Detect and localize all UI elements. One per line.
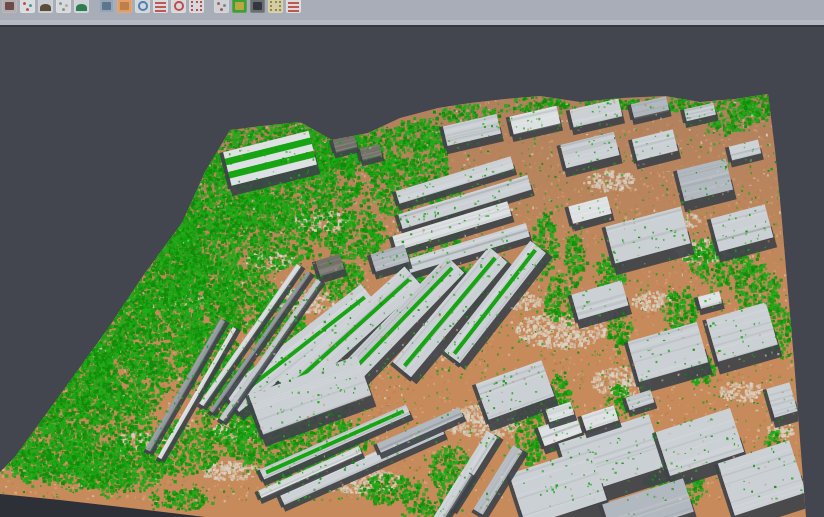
mesh-model-icon[interactable] (99, 0, 114, 13)
render-sphere-icon[interactable] (250, 0, 265, 13)
region-box-icon (191, 1, 202, 11)
toolbar (0, 0, 824, 25)
texture-icon[interactable] (117, 0, 132, 13)
point-cloud-canvas[interactable] (0, 27, 824, 517)
texture-icon (120, 2, 129, 10)
region-circle-icon (174, 1, 184, 11)
import-data-icon[interactable] (2, 0, 17, 13)
toolbar-icon-group (0, 0, 304, 17)
import-data-icon (5, 2, 14, 10)
report-icon[interactable] (286, 0, 301, 13)
align-photos-icon[interactable] (20, 0, 35, 13)
classify-ground-icon (155, 2, 166, 4)
tie-points-icon[interactable] (56, 0, 71, 13)
tie-points-icon (59, 2, 62, 5)
orthophoto-icon (138, 1, 148, 11)
align-photos-icon (23, 2, 26, 5)
dense-cloud-icon[interactable] (74, 0, 89, 13)
dense-cloud-icon (76, 4, 87, 11)
mesh-model-icon (102, 2, 111, 10)
classification-palette-icon[interactable] (232, 0, 247, 13)
terrain-model-icon (40, 4, 51, 11)
terrain-model-icon[interactable] (38, 0, 53, 13)
viewport-3d[interactable] (0, 27, 824, 517)
report-icon (288, 2, 299, 4)
export-points-icon[interactable] (268, 0, 283, 13)
render-sphere-icon (253, 2, 262, 10)
region-circle-icon[interactable] (171, 0, 186, 13)
export-points-icon (270, 1, 281, 11)
classify-ground-icon[interactable] (153, 0, 168, 13)
measure-icon[interactable] (214, 0, 229, 13)
measure-icon (217, 2, 220, 5)
region-box-icon[interactable] (189, 0, 204, 13)
classification-palette-icon (235, 2, 244, 10)
orthophoto-icon[interactable] (135, 0, 150, 13)
